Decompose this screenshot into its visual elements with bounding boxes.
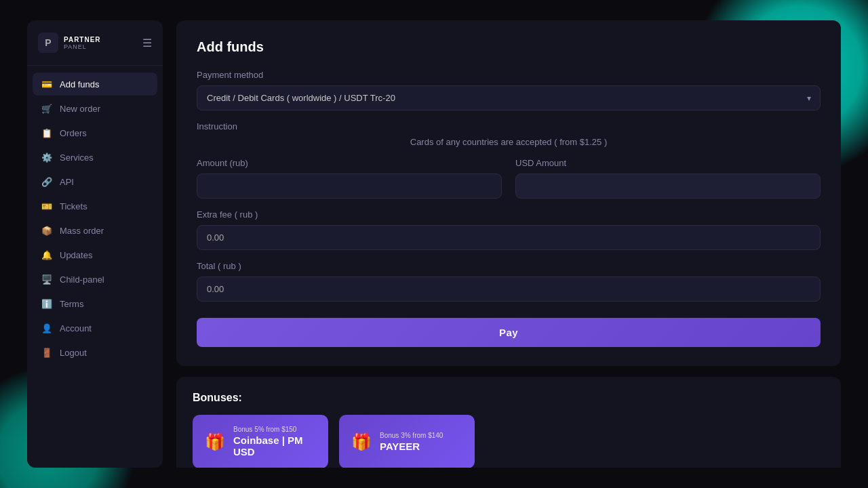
sidebar-item-label: New order (60, 104, 100, 114)
sidebar-item-label: Tickets (60, 201, 87, 211)
bonus-name: Coinbase | PM USD (233, 434, 316, 458)
sidebar: P PARTNER PANEL ☰ 💳 Add funds 🛒 New orde… (27, 20, 163, 468)
sidebar-logo: P PARTNER PANEL ☰ (27, 33, 163, 66)
logout-icon: 🚪 (41, 346, 53, 359)
sidebar-item-account[interactable]: 👤 Account (33, 317, 157, 340)
main-content: Add funds Payment method Credit / Debit … (176, 20, 841, 468)
sidebar-item-label: Orders (60, 128, 87, 138)
sidebar-item-label: Child-panel (60, 274, 104, 285)
account-icon: 👤 (41, 322, 53, 334)
child-panel-icon: 🖥️ (41, 273, 53, 285)
sidebar-item-add-funds[interactable]: 💳 Add funds (33, 73, 157, 96)
sidebar-item-label: Logout (60, 348, 87, 358)
sidebar-item-label: Terms (60, 299, 83, 309)
instruction-text: Cards of any countries are accepted ( fr… (197, 137, 821, 147)
bonus-name: PAYEER (380, 441, 443, 452)
gift-icon: 🎁 (205, 432, 225, 451)
logo-panel: PANEL (64, 43, 101, 50)
sidebar-item-logout[interactable]: 🚪 Logout (33, 341, 157, 364)
sidebar-item-tickets[interactable]: 🎫 Tickets (33, 195, 157, 218)
sidebar-item-child-panel[interactable]: 🖥️ Child-panel (33, 268, 157, 291)
updates-icon: 🔔 (41, 249, 53, 261)
extra-fee-input[interactable] (197, 225, 821, 250)
terms-icon: ℹ️ (41, 298, 53, 310)
sidebar-item-label: Add funds (60, 79, 100, 89)
gift-icon: 🎁 (351, 432, 372, 451)
logo-text: PARTNER PANEL (64, 36, 101, 50)
sidebar-item-new-order[interactable]: 🛒 New order (33, 97, 157, 120)
payment-method-wrapper: Credit / Debit Cards ( worldwide ) / USD… (197, 85, 821, 110)
instruction-section: Instruction Cards of any countries are a… (197, 121, 821, 147)
bonuses-card: Bonuses: 🎁 Bonus 5% from $150 Coinbase |… (176, 377, 841, 468)
sidebar-item-label: API (60, 177, 74, 187)
bonus-item-payeer[interactable]: 🎁 Bonus 3% from $140 PAYEER (339, 415, 475, 468)
total-input[interactable] (197, 277, 821, 302)
sidebar-item-updates[interactable]: 🔔 Updates (33, 243, 157, 266)
payment-method-select[interactable]: Credit / Debit Cards ( worldwide ) / USD… (197, 85, 821, 110)
usd-amount-label: USD Amount (515, 158, 821, 168)
total-section: Total ( rub ) (197, 261, 821, 302)
add-funds-icon: 💳 (41, 78, 53, 90)
sidebar-item-services[interactable]: ⚙️ Services (33, 146, 157, 169)
sidebar-item-label: Account (60, 323, 92, 333)
amount-rub-col: Amount (rub) (197, 158, 502, 199)
sidebar-item-orders[interactable]: 📋 Orders (33, 121, 157, 144)
bonus-text: Bonus 5% from $150 Coinbase | PM USD (233, 426, 316, 458)
sidebar-item-terms[interactable]: ℹ️ Terms (33, 292, 157, 315)
hamburger-icon[interactable]: ☰ (142, 37, 152, 49)
payment-method-label: Payment method (197, 70, 821, 80)
services-icon: ⚙️ (41, 151, 53, 163)
logo-partner: PARTNER (64, 36, 101, 43)
bonus-sub-label: Bonus 3% from $140 (380, 432, 443, 439)
new-order-icon: 🛒 (41, 102, 53, 115)
api-icon: 🔗 (41, 176, 53, 188)
sidebar-item-label: Updates (60, 250, 92, 260)
extra-fee-label: Extra fee ( rub ) (197, 209, 821, 220)
amount-rub-input[interactable] (197, 174, 502, 199)
orders-icon: 📋 (41, 127, 53, 139)
usd-amount-input[interactable] (515, 174, 821, 199)
pay-button[interactable]: Pay (197, 318, 821, 347)
payment-method-section: Payment method Credit / Debit Cards ( wo… (197, 70, 821, 110)
tickets-icon: 🎫 (41, 200, 53, 212)
page-title: Add funds (197, 39, 821, 55)
sidebar-nav: 💳 Add funds 🛒 New order 📋 Orders ⚙️ Serv… (27, 73, 163, 455)
amount-row: Amount (rub) USD Amount (197, 158, 821, 199)
bonus-text: Bonus 3% from $140 PAYEER (380, 432, 443, 452)
usd-amount-col: USD Amount (515, 158, 821, 199)
total-label: Total ( rub ) (197, 261, 821, 271)
bonus-item-coinbase[interactable]: 🎁 Bonus 5% from $150 Coinbase | PM USD (193, 415, 328, 468)
bonus-sub-label: Bonus 5% from $150 (233, 426, 316, 433)
app-container: P PARTNER PANEL ☰ 💳 Add funds 🛒 New orde… (0, 0, 868, 488)
extra-fee-section: Extra fee ( rub ) (197, 209, 821, 250)
instruction-label: Instruction (197, 121, 821, 131)
logo-icon: P (38, 33, 58, 53)
amount-rub-label: Amount (rub) (197, 158, 502, 168)
add-funds-card: Add funds Payment method Credit / Debit … (176, 20, 841, 366)
mass-order-icon: 📦 (41, 224, 53, 237)
sidebar-item-api[interactable]: 🔗 API (33, 170, 157, 193)
bonuses-grid: 🎁 Bonus 5% from $150 Coinbase | PM USD 🎁… (193, 415, 825, 468)
sidebar-item-mass-order[interactable]: 📦 Mass order (33, 219, 157, 242)
logo-area: P PARTNER PANEL (38, 33, 101, 53)
sidebar-item-label: Services (60, 152, 94, 163)
bonuses-title: Bonuses: (193, 392, 825, 404)
sidebar-item-label: Mass order (60, 226, 104, 236)
